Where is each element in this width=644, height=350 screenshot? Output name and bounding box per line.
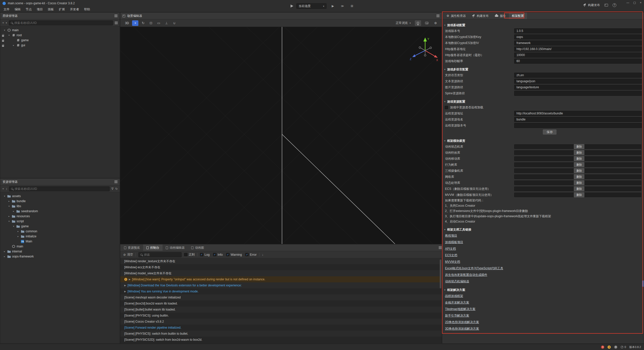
- console-search[interactable]: [138, 252, 182, 257]
- tree-row[interactable]: main: [0, 28, 120, 33]
- preview-image-icon[interactable]: [605, 4, 608, 7]
- menu-item[interactable]: 项目: [34, 7, 45, 12]
- property-input[interactable]: [514, 73, 642, 78]
- expand-arrow-icon[interactable]: [3, 255, 6, 258]
- panel-menu-icon[interactable]: [436, 15, 439, 17]
- section-header[interactable]: ▾ 游戏资源配置: [444, 99, 642, 104]
- save-button[interactable]: 保存: [543, 129, 556, 135]
- view-mode-dropdown[interactable]: 正常浏览 ▾: [394, 21, 412, 26]
- asset-row[interactable]: TS initialize: [0, 234, 120, 239]
- log-level-filter[interactable]: Warning: [226, 253, 242, 256]
- info-counter[interactable]: 0: [614, 345, 617, 349]
- tab-animation-graph[interactable]: 动画图: [188, 244, 207, 251]
- asset-row[interactable]: TS resources: [0, 214, 120, 219]
- panel-menu-icon[interactable]: [439, 246, 442, 249]
- tab-property-inspector[interactable]: ⚙ 属性检查器: [444, 13, 469, 19]
- log-row[interactable]: ▶ [Window] Download the Vue Devtools ext…: [120, 282, 442, 288]
- expand-arrow-icon[interactable]: [8, 34, 10, 36]
- list-filter-icon[interactable]: [115, 22, 118, 24]
- pivot-tool-icon[interactable]: ⊥: [163, 20, 170, 26]
- lock-icon[interactable]: [2, 45, 4, 47]
- property-input[interactable]: [514, 117, 642, 122]
- assets-search[interactable]: [9, 186, 110, 191]
- log-level-filter[interactable]: Error: [245, 253, 257, 256]
- regex-checkbox[interactable]: [184, 253, 187, 256]
- error-counter[interactable]: 3: [601, 345, 604, 349]
- tree-row[interactable]: root: [0, 33, 120, 38]
- asset-row[interactable]: TS assets: [0, 194, 120, 199]
- memory-counter[interactable]: 0: [621, 345, 626, 348]
- create-node-caret-icon[interactable]: ▾: [6, 22, 7, 24]
- log-row[interactable]: ▶ [Scene] meshopt wasm decoder initializ…: [120, 294, 442, 300]
- axis-gizmo[interactable]: Y X Z: [410, 37, 438, 62]
- log-row[interactable]: ▶ [Scene] [PHYSICS]: switch from builtin…: [120, 331, 442, 337]
- expand-arrow-icon[interactable]: [12, 210, 15, 212]
- play-button[interactable]: ▶: [330, 3, 336, 9]
- tree-row[interactable]: gui: [0, 43, 120, 48]
- scene-select-dropdown[interactable]: 当前场景 ▾: [296, 3, 327, 9]
- menu-item[interactable]: 开发者: [67, 7, 82, 12]
- delete-module-button[interactable]: 删除: [574, 144, 584, 149]
- expand-arrow-icon[interactable]: [3, 29, 6, 31]
- property-input[interactable]: [514, 111, 642, 116]
- asset-row[interactable]: TS internal: [0, 249, 120, 254]
- hierarchy-search[interactable]: [9, 20, 113, 25]
- solution-link[interactable]: 3D角色扮演游戏解决方案: [445, 327, 479, 331]
- maximize-button[interactable]: ▢: [633, 1, 636, 4]
- property-input[interactable]: [514, 91, 642, 96]
- property-input[interactable]: [514, 59, 642, 64]
- section-header[interactable]: ▾ 游戏多语言配置: [444, 67, 642, 72]
- scale-tool-icon[interactable]: ⊡: [148, 20, 154, 26]
- expand-arrow-icon[interactable]: [8, 205, 10, 207]
- lock-icon[interactable]: [2, 40, 4, 42]
- rotate-tool-icon[interactable]: ↻: [140, 20, 146, 26]
- scene-settings-button[interactable]: ⚙: [432, 20, 439, 26]
- layout-grid-icon[interactable]: ⊞: [349, 3, 355, 9]
- expand-arrow-icon[interactable]: [8, 220, 10, 223]
- expand-arrow-icon[interactable]: [12, 44, 15, 47]
- scene-viewport[interactable]: Y X Z: [120, 27, 442, 244]
- minimize-button[interactable]: —: [626, 1, 629, 4]
- assets-search-input[interactable]: [15, 187, 108, 191]
- filter-checkbox[interactable]: [200, 253, 203, 256]
- menu-item[interactable]: 扩展: [56, 7, 67, 12]
- preview-icon[interactable]: [291, 5, 293, 8]
- move-tool-icon[interactable]: +: [132, 20, 138, 26]
- log-row[interactable]: ▶ [Scene] [box2d]:box2d wasm lib loaded.: [120, 300, 442, 307]
- tree-row[interactable]: game: [0, 38, 120, 43]
- property-input[interactable]: [514, 34, 642, 39]
- panel-menu-icon[interactable]: [114, 15, 117, 17]
- expand-arrow-icon[interactable]: [8, 215, 10, 217]
- doc-link[interactable]: 教程项目: [445, 234, 457, 238]
- step-button[interactable]: ≫: [339, 3, 346, 9]
- tab-asset-preview[interactable]: 资源预览: [121, 244, 143, 251]
- tab-animation-editor[interactable]: 动画编辑器: [163, 244, 188, 251]
- delete-module-button[interactable]: 删除: [574, 162, 584, 167]
- tab-console[interactable]: 控制台: [143, 244, 163, 251]
- help-icon[interactable]: ?: [613, 3, 616, 7]
- solution-link[interactable]: 全栈开发解决方案: [445, 300, 469, 305]
- rect-tool-icon[interactable]: ▭: [155, 20, 162, 26]
- doc-link[interactable]: MVVM文档: [445, 260, 460, 264]
- expand-arrow-icon[interactable]: ▶: [124, 284, 126, 287]
- expand-arrow-icon[interactable]: [12, 225, 15, 228]
- menu-item[interactable]: 面板: [45, 7, 56, 12]
- menu-item[interactable]: 编辑: [12, 7, 23, 12]
- expand-arrow-icon[interactable]: [3, 250, 6, 253]
- regex-filter[interactable]: 正则: [184, 252, 195, 257]
- delete-module-button[interactable]: 删除: [574, 156, 584, 161]
- log-row[interactable]: ▶ [Scene] Forward render pipeline initia…: [120, 325, 442, 331]
- close-button[interactable]: ×: [640, 1, 641, 4]
- console-scrollbar-thumb[interactable]: [440, 259, 441, 288]
- create-asset-button[interactable]: +: [2, 187, 4, 191]
- 3d-mode-button[interactable]: 3D: [123, 21, 131, 25]
- filter-checkbox[interactable]: [245, 253, 249, 256]
- section-header[interactable]: ▾ 框架模块裁剪: [444, 138, 642, 144]
- inspector-scrollbar-thumb[interactable]: [642, 280, 643, 287]
- doc-link[interactable]: 游戏模板项目: [445, 240, 463, 244]
- panel-menu-icon[interactable]: [114, 181, 117, 183]
- asset-row[interactable]: TS bundle: [0, 199, 120, 204]
- tab-framework-config[interactable]: 框架配置: [509, 13, 527, 19]
- log-row[interactable]: ▶ [Scene] [bullet]:bullet wasm lib loade…: [120, 307, 442, 313]
- asset-row[interactable]: TS main: [0, 244, 120, 249]
